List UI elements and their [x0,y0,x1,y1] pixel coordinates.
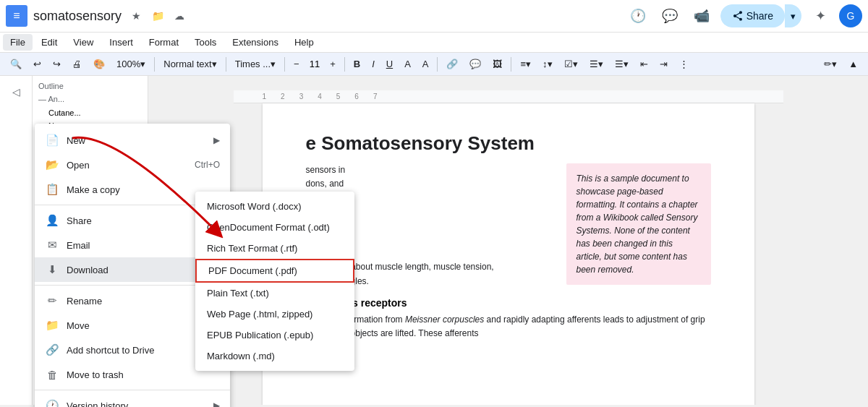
share-dropdown-button[interactable]: ▾ [785,4,801,27]
highlight-button[interactable]: A [418,56,433,72]
file-version-label: Version history [67,400,206,408]
spark-button[interactable]: ✦ [807,3,833,29]
download-pdf-label: PDF Document (.pdf) [208,265,297,276]
zoom-button[interactable]: 100%▾ [112,56,150,72]
download-pdf[interactable]: PDF Document (.pdf) [195,259,354,283]
undo-button[interactable]: ↩ [29,56,46,72]
menu-format[interactable]: Format [142,34,186,51]
file-download-label: Download [67,265,206,275]
highlight-callout: This is a sample document to showcase pa… [566,163,711,285]
meet-button[interactable]: 📹 [689,3,715,29]
bullet-list-button[interactable]: ☰▾ [585,56,608,72]
download-odt[interactable]: OpenDocument Format (.odt) [195,217,354,238]
download-epub[interactable]: EPUB Publication (.epub) [195,325,354,346]
toolbar: 🔍 ↩ ↪ 🖨 🎨 100%▾ Normal text▾ Times ...▾ … [0,53,868,76]
new-icon: 📄 [45,133,59,147]
font-dropdown[interactable]: Times ...▾ [231,56,280,72]
toolbar-divider-2 [226,57,226,72]
top-bar: ≡ somatosensory ★ 📁 ☁ 🕐 💬 📹 Share ▾ ✦ G [0,0,868,33]
menu-file[interactable]: File [3,34,33,51]
star-button[interactable]: ★ [127,7,145,25]
text-color-button[interactable]: A [400,56,415,72]
toolbar-divider-3 [284,57,285,72]
bold-button[interactable]: B [349,56,365,72]
comments-button[interactable]: 💬 [657,3,683,29]
numbered-list-button[interactable]: ☰▾ [610,56,633,72]
file-menu-divider-3 [35,390,230,390]
download-submenu: Microsoft Word (.docx) OpenDocument Form… [195,192,354,371]
download-docx-label: Microsoft Word (.docx) [207,201,302,212]
redo-button[interactable]: ↪ [48,56,65,72]
cloud-save-button[interactable]: ☁ [171,7,188,25]
collapse-outline-button[interactable]: ◁ [6,82,26,102]
download-txt-label: Plain Text (.txt) [207,288,269,299]
menu-help[interactable]: Help [287,34,321,51]
align-button[interactable]: ≡▾ [516,56,535,72]
app-icon: ≡ [6,5,27,27]
left-panel: ◁ [0,76,33,405]
line-spacing-button[interactable]: ↕▾ [538,56,557,72]
indent-increase-button[interactable]: ⇥ [655,56,672,72]
doc-section-cutaneous: Cutaneous receptors [306,297,711,309]
menu-extensions[interactable]: Extensions [225,34,286,51]
menu-edit[interactable]: Edit [34,34,64,51]
ruler: 1234567 [234,90,783,103]
italic-button[interactable]: I [367,56,379,72]
doc-page-title: e Somatosensory System [306,132,711,155]
share-menu-icon: 👤 [45,213,59,228]
download-rtf-label: Rich Text Format (.rtf) [207,243,297,254]
download-html-label: Web Page (.html, zipped) [207,309,312,320]
rename-icon: ✏ [45,294,59,308]
edit-pencil-button[interactable]: ✏▾ [820,56,841,72]
comment-button[interactable]: 💬 [465,56,485,72]
file-menu-open[interactable]: 📂 Open Ctrl+O [35,153,230,177]
menu-view[interactable]: View [66,34,101,51]
move-icon: 📁 [45,318,59,333]
font-size-increase[interactable]: + [326,56,340,72]
toolbar-divider-5 [437,57,438,72]
image-button[interactable]: 🖼 [488,56,506,72]
style-dropdown[interactable]: Normal text▾ [159,56,221,72]
menu-insert[interactable]: Insert [102,34,140,51]
download-html[interactable]: Web Page (.html, zipped) [195,304,354,325]
link-button[interactable]: 🔗 [442,56,462,72]
file-menu-new[interactable]: 📄 New ▶ [35,128,230,153]
open-icon: 📂 [45,158,59,172]
main-area: ◁ Outline — An... Cutane... No... Mu... … [0,76,868,405]
outline-section-header: — An... [38,95,142,103]
search-button[interactable]: 🔍 [6,56,26,72]
share-button[interactable]: Share [720,4,785,27]
outline-item-cutaneous[interactable]: Cutane... [38,106,142,119]
file-open-label: Open [67,160,187,171]
menu-tools[interactable]: Tools [187,34,224,51]
toolbar-divider-6 [511,57,511,72]
checklist-button[interactable]: ☑▾ [560,56,582,72]
outline-title: Outline [38,82,142,90]
trash-icon: 🗑 [45,367,59,382]
print-button[interactable]: 🖨 [68,56,86,72]
title-icons: ★ 📁 ☁ [127,7,188,25]
download-docx[interactable]: Microsoft Word (.docx) [195,196,354,217]
file-email-label: Email [67,240,206,251]
move-to-drive-button[interactable]: 📁 [149,7,166,25]
version-icon: 🕐 [45,398,59,407]
download-md[interactable]: Markdown (.md) [195,346,354,367]
doc-body-cutaneous: Sensory information from Meissner corpus… [306,313,711,340]
file-menu-version[interactable]: 🕐 Version history ▶ [35,393,230,407]
paint-format-button[interactable]: 🎨 [89,56,109,72]
history-button[interactable]: 🕐 [625,3,651,29]
download-txt[interactable]: Plain Text (.txt) [195,283,354,304]
collapse-toolbar-button[interactable]: ▲ [844,56,862,72]
font-size-value: 11 [307,59,323,69]
top-right-actions: 🕐 💬 📹 Share ▾ ✦ G [625,3,862,29]
toolbar-divider-4 [344,57,345,72]
file-new-label: New [67,135,206,146]
shortcut-icon: 🔗 [45,343,59,357]
download-rtf[interactable]: Rich Text Format (.rtf) [195,238,354,259]
font-size-decrease[interactable]: − [289,56,304,72]
copy-icon: 📋 [45,182,59,197]
indent-decrease-button[interactable]: ⇤ [636,56,652,72]
download-md-label: Markdown (.md) [207,351,275,361]
more-options-button[interactable]: ⋮ [675,56,693,72]
underline-button[interactable]: U [382,56,397,72]
